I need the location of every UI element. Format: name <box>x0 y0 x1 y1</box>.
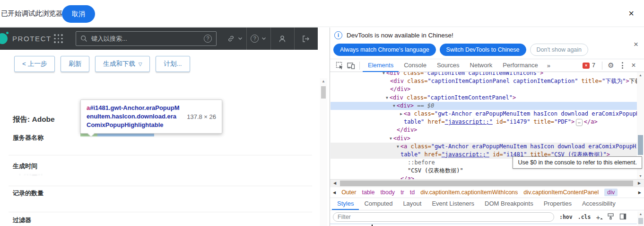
tree-line[interactable]: </a> <box>331 175 637 179</box>
expand-arrow-icon[interactable]: ▶ <box>400 112 402 116</box>
breadcrumb-item[interactable]: div <box>604 189 618 196</box>
toggle-element-state-button[interactable]: :hov <box>559 214 573 220</box>
search-input[interactable] <box>91 35 204 42</box>
tree-line[interactable]: ▼<a class="gwt-Anchor eraPopupMenuItem h… <box>331 143 637 151</box>
tree-line[interactable]: ▶<a class="gwt-Anchor eraPopupMenuItem h… <box>331 110 637 118</box>
app-header: PROTECT ? <box>0 27 318 50</box>
breadcrumb: ◀Outertabletbodytrtddiv.captionItem.capt… <box>330 187 644 198</box>
code-attr: title= <box>578 78 602 84</box>
scrollbar-thumb[interactable] <box>638 135 643 155</box>
tab-layout[interactable]: Layout <box>398 198 426 210</box>
kebab-menu-icon[interactable] <box>617 60 628 71</box>
scroll-up-icon[interactable]: ▲ <box>637 73 644 77</box>
scroll-down-icon[interactable]: ▼ <box>637 174 644 178</box>
refresh-button[interactable]: 刷新 <box>61 56 89 72</box>
search-help-icon[interactable]: ? <box>204 35 212 43</box>
expand-arrow-icon[interactable]: ▼ <box>397 145 399 149</box>
breadcrumb-left-icon[interactable]: ◀ <box>333 190 336 195</box>
device-toolbar-icon[interactable] <box>345 60 357 71</box>
toolbar-divider <box>359 62 360 70</box>
breadcrumb-item[interactable]: td <box>410 189 415 196</box>
inspect-element-icon[interactable] <box>334 60 345 71</box>
tab-sources[interactable]: Sources <box>432 59 465 72</box>
dont-show-again-button[interactable]: Don't show again <box>530 44 589 56</box>
tab-elements[interactable]: Elements <box>363 59 399 72</box>
code-tag: </a> <box>584 118 598 125</box>
scroll-left-icon[interactable]: ◀ <box>331 180 339 187</box>
sidebar-toggle-icon[interactable] <box>619 213 627 221</box>
search-box[interactable]: ? <box>76 31 217 46</box>
tab-styles[interactable]: Styles <box>332 198 359 210</box>
tab-performance[interactable]: Performance <box>497 59 543 72</box>
always-match-language-button[interactable]: Always match Chrome's language <box>333 44 436 56</box>
tab-event-listeners[interactable]: Event Listeners <box>426 198 479 210</box>
code-vallink: "javascript:;" <box>445 118 493 125</box>
expand-arrow-icon[interactable]: ▼ <box>383 72 385 75</box>
breadcrumb-item[interactable]: div.captionItem.captionItemWithIcons <box>420 189 518 196</box>
cancel-debug-button[interactable]: 取消 <box>62 5 95 23</box>
screen: 已开始调试此浏览器 取消 × PROTECT ? <box>0 0 644 226</box>
tree-line[interactable]: ▼<div class="captionItemContentPanel"> <box>331 94 637 102</box>
styles-scrollbar[interactable]: ▲ <box>637 211 644 226</box>
close-icon[interactable]: × <box>634 40 638 49</box>
devtools-panel: i DevTools is now available in Chinese! … <box>330 27 644 226</box>
schedule-button[interactable]: 计划... <box>156 56 190 72</box>
element-classes-button[interactable]: .cls <box>578 214 591 220</box>
scrollbar-thumb[interactable] <box>638 218 643 224</box>
more-tabs-icon[interactable]: » <box>543 62 554 69</box>
help-menu-button[interactable]: ? <box>247 27 270 50</box>
user-menu-button[interactable] <box>271 27 294 50</box>
tab-accessibility[interactable]: Accessibility <box>577 198 621 210</box>
divider <box>9 212 312 212</box>
close-devtools-icon[interactable]: × <box>628 60 639 71</box>
tab-dom-breakpoints[interactable]: DOM Breakpoints <box>479 198 539 210</box>
breadcrumb-item[interactable]: table <box>362 189 374 196</box>
expand-arrow-icon[interactable]: ▼ <box>390 136 392 141</box>
page-scrollbar[interactable]: ▲ <box>320 78 327 226</box>
link-menu-button[interactable] <box>223 27 246 50</box>
tree-line[interactable]: </div> <box>331 126 637 134</box>
tab-properties[interactable]: Properties <box>539 198 577 210</box>
tab-network[interactable]: Network <box>465 59 498 72</box>
logout-button[interactable] <box>295 27 318 50</box>
code-val: table" <box>404 118 424 125</box>
code-meta: == $0 <box>414 102 434 109</box>
code-attr: class= <box>407 143 431 150</box>
tree-line[interactable]: ▼<div> == $0 <box>331 102 637 110</box>
banner-message: DevTools is now available in Chinese! <box>347 32 453 39</box>
tree-line[interactable]: ▼<div> <box>331 135 637 143</box>
settings-gear-icon[interactable]: ⚙ <box>605 60 617 71</box>
protect-logo-icon <box>0 33 8 44</box>
apps-grid-icon[interactable] <box>54 34 63 44</box>
previous-step-button[interactable]: < 上一步 <box>14 56 55 72</box>
breadcrumb-item[interactable]: tr <box>400 189 404 196</box>
code-more[interactable]: … <box>576 119 582 126</box>
new-style-rule-button[interactable]: + <box>596 213 602 221</box>
rendering-brush-icon[interactable] <box>607 213 614 221</box>
generate-download-button[interactable]: 生成和下载▽ <box>95 56 150 72</box>
tab-console[interactable]: Console <box>399 59 432 72</box>
breadcrumb-item[interactable]: tbody <box>381 189 395 196</box>
scrollbar-thumb[interactable] <box>321 86 326 99</box>
scroll-up-icon[interactable]: ▲ <box>637 212 644 216</box>
tab-computed[interactable]: Computed <box>359 198 398 210</box>
scrollbar-thumb[interactable] <box>340 181 633 186</box>
tree-line[interactable]: ▼<div class="captionItem captionItemWith… <box>331 72 637 77</box>
breadcrumb-item[interactable]: div.captionItemContentPanel <box>523 189 599 196</box>
scroll-right-icon[interactable]: ▶ <box>635 180 643 187</box>
scroll-up-icon[interactable]: ▲ <box>320 79 327 83</box>
tree-line[interactable]: <div class="captionItemCaptionPanel capt… <box>331 77 637 85</box>
switch-devtools-chinese-button[interactable]: Switch DevTools to Chinese <box>440 44 526 56</box>
close-icon[interactable]: × <box>626 8 636 18</box>
tree-line[interactable]: </div> <box>331 85 637 93</box>
elements-horizontal-scrollbar[interactable]: ◀ ▶ <box>330 179 644 187</box>
tree-line[interactable]: table" href="javascript:;" id="i1479" ti… <box>331 118 637 126</box>
expand-arrow-icon[interactable]: ▼ <box>393 104 395 108</box>
error-badge[interactable]: × 7 <box>583 62 595 69</box>
record-count-label: 记录的数量 <box>13 189 44 198</box>
styles-filter-input[interactable] <box>333 212 554 222</box>
breadcrumb-item[interactable]: Outer <box>341 189 356 196</box>
chevron-down-icon: ▽ <box>139 62 142 67</box>
expand-arrow-icon[interactable]: ▼ <box>386 96 388 100</box>
breadcrumb-right-icon[interactable]: ▶ <box>638 190 641 195</box>
